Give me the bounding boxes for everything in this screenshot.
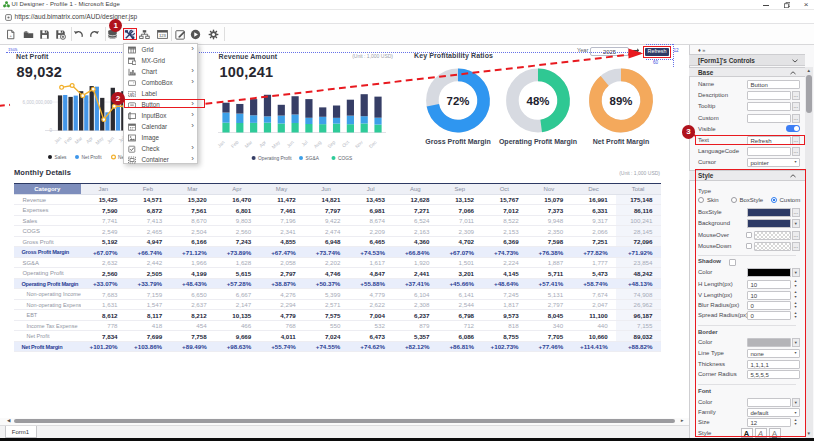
svg-text:Mar: Mar bbox=[244, 139, 254, 149]
svg-text:0: 0 bbox=[49, 128, 52, 133]
svg-text:May: May bbox=[271, 139, 281, 149]
svg-text:Jun: Jun bbox=[286, 139, 295, 148]
svg-text:Nov: Nov bbox=[354, 139, 364, 149]
svg-text:Operating Profit: Operating Profit bbox=[258, 156, 292, 161]
svg-text:Apr: Apr bbox=[258, 139, 267, 148]
svg-text:Mar: Mar bbox=[74, 135, 84, 145]
svg-text:Jun: Jun bbox=[106, 135, 115, 144]
svg-text:89%: 89% bbox=[610, 95, 633, 107]
svg-text:Jan: Jan bbox=[53, 135, 62, 144]
svg-text:Jul: Jul bbox=[301, 140, 309, 148]
svg-text:48%: 48% bbox=[527, 95, 550, 107]
svg-text:ab: ab bbox=[129, 91, 135, 96]
svg-text:SG&A: SG&A bbox=[306, 156, 320, 161]
svg-text:Oct: Oct bbox=[341, 139, 350, 148]
svg-text:Sales: Sales bbox=[55, 155, 68, 160]
svg-text:Feb: Feb bbox=[230, 139, 240, 149]
svg-text:123: 123 bbox=[158, 33, 166, 38]
svg-text:Dec: Dec bbox=[368, 139, 378, 149]
svg-text:Net Profit: Net Profit bbox=[82, 155, 103, 160]
svg-text:Aug: Aug bbox=[313, 139, 323, 149]
svg-text:Sep: Sep bbox=[327, 139, 337, 149]
svg-text:May: May bbox=[95, 135, 105, 145]
svg-text:Feb: Feb bbox=[63, 135, 73, 145]
svg-text:Jan: Jan bbox=[217, 139, 226, 148]
svg-text:72%: 72% bbox=[447, 95, 470, 107]
svg-text:+: + bbox=[9, 33, 12, 38]
svg-text:6,000,000,000: 6,000,000,000 bbox=[23, 100, 53, 105]
svg-text:Apr: Apr bbox=[85, 135, 94, 144]
svg-text:COGS: COGS bbox=[338, 156, 352, 161]
